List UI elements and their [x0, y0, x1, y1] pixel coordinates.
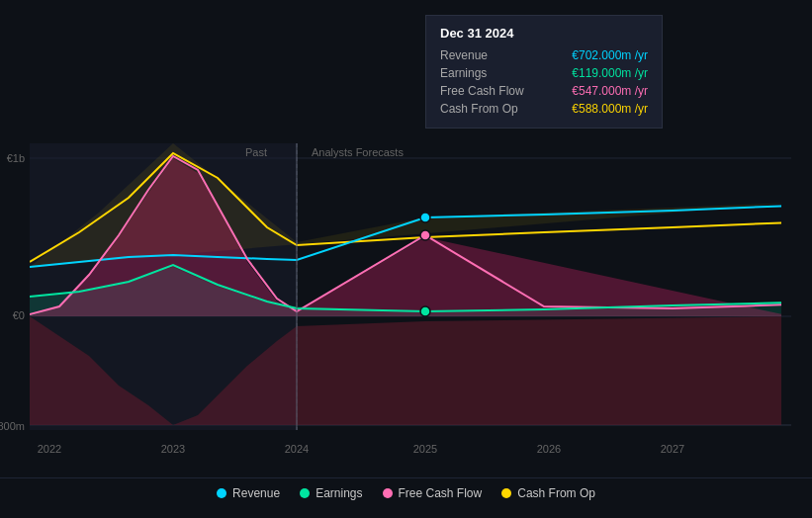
tooltip-value-revenue: €702.000m /yr	[572, 48, 648, 62]
svg-point-12	[420, 306, 430, 316]
legend-dot-fcf	[383, 488, 393, 498]
tooltip-value-fcf: €547.000m /yr	[572, 84, 648, 98]
tooltip-row-revenue: Revenue €702.000m /yr	[440, 46, 648, 64]
svg-text:2026: 2026	[537, 443, 561, 455]
tooltip-date: Dec 31 2024	[440, 26, 648, 41]
tooltip-value-cashop: €588.000m /yr	[572, 102, 648, 116]
tooltip-box: Dec 31 2024 Revenue €702.000m /yr Earnin…	[425, 15, 663, 129]
chart-container: Dec 31 2024 Revenue €702.000m /yr Earnin…	[0, 0, 812, 518]
chart-legend: Revenue Earnings Free Cash Flow Cash Fro…	[0, 477, 812, 508]
main-chart-svg: Past Analysts Forecasts €1b €0 -€800m 20…	[0, 0, 812, 484]
legend-label-cashop: Cash From Op	[517, 486, 595, 500]
legend-item-fcf[interactable]: Free Cash Flow	[383, 486, 483, 500]
svg-text:Past: Past	[245, 146, 267, 158]
legend-dot-cashop	[501, 488, 511, 498]
svg-point-10	[420, 213, 430, 222]
tooltip-value-earnings: €119.000m /yr	[572, 66, 648, 80]
svg-text:€0: €0	[13, 309, 25, 321]
svg-text:2027: 2027	[661, 443, 684, 455]
svg-text:2022: 2022	[38, 443, 61, 455]
tooltip-label-revenue: Revenue	[440, 48, 488, 62]
svg-text:Analysts Forecasts: Analysts Forecasts	[312, 146, 404, 158]
svg-text:-€800m: -€800m	[0, 420, 25, 432]
svg-text:2025: 2025	[413, 443, 437, 455]
svg-text:2023: 2023	[161, 443, 185, 455]
tooltip-row-fcf: Free Cash Flow €547.000m /yr	[440, 82, 648, 100]
svg-point-11	[420, 230, 430, 240]
legend-item-cashop[interactable]: Cash From Op	[501, 486, 595, 500]
legend-label-fcf: Free Cash Flow	[399, 486, 483, 500]
legend-item-earnings[interactable]: Earnings	[300, 486, 362, 500]
svg-text:€1b: €1b	[7, 152, 25, 164]
tooltip-label-earnings: Earnings	[440, 66, 487, 80]
legend-label-revenue: Revenue	[232, 486, 280, 500]
tooltip-label-cashop: Cash From Op	[440, 102, 518, 116]
legend-dot-revenue	[217, 488, 226, 498]
legend-label-earnings: Earnings	[316, 486, 362, 500]
legend-dot-earnings	[300, 488, 310, 498]
tooltip-row-earnings: Earnings €119.000m /yr	[440, 64, 648, 82]
legend-item-revenue[interactable]: Revenue	[217, 486, 280, 500]
tooltip-row-cashop: Cash From Op €588.000m /yr	[440, 100, 648, 118]
tooltip-label-fcf: Free Cash Flow	[440, 84, 524, 98]
svg-text:2024: 2024	[285, 443, 309, 455]
